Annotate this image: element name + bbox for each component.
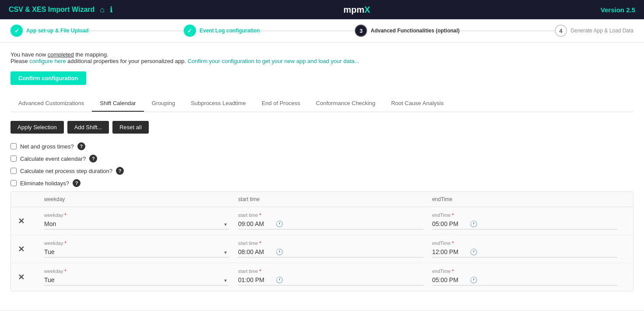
tab-conformance-checking[interactable]: Conformance Checking <box>308 95 383 112</box>
action-buttons: Apply Selection Add Shift... Reset all <box>10 121 634 134</box>
header-delete <box>18 196 44 202</box>
delete-cell-2: ✕ <box>18 245 44 253</box>
endtime-label-1: endTime * <box>432 212 617 218</box>
shift-row-2: ✕ weekday * Mon Tue Wed Thu Fri Sat Sun <box>11 235 633 263</box>
starttime-clock-icon-3[interactable]: 🕐 <box>276 276 283 283</box>
step-3-label: Advanced Functionalities (optional) <box>371 28 459 34</box>
endtime-input-3[interactable] <box>432 276 467 283</box>
weekday-label-2: weekday * <box>44 240 229 246</box>
shift-calendar-content: Apply Selection Add Shift... Reset all N… <box>10 112 634 300</box>
tab-advanced-customizations[interactable]: Advanced Customizations <box>10 95 92 112</box>
endtime-field-1: endTime * 🕐 <box>432 212 626 230</box>
step-connector-3 <box>460 31 555 31</box>
starttime-label-3: start time * <box>238 269 423 274</box>
endtime-field-3: endTime * 🕐 <box>432 269 626 286</box>
event-cal-checkbox-row: Calculate event calendar? ? <box>10 155 634 163</box>
starttime-field-2: start time * 🕐 <box>238 240 432 258</box>
tab-grouping[interactable]: Grouping <box>144 95 183 112</box>
apply-selection-button[interactable]: Apply Selection <box>10 121 64 134</box>
event-cal-help-icon[interactable]: ? <box>89 155 97 163</box>
step-4-label: Generate App & Load Data <box>570 28 634 34</box>
starttime-clock-icon-1[interactable]: 🕐 <box>276 220 283 227</box>
starttime-input-wrapper-2: 🕐 <box>238 247 423 258</box>
weekday-field-2: weekday * Mon Tue Wed Thu Fri Sat Sun <box>44 240 238 258</box>
endtime-clock-icon-1[interactable]: 🕐 <box>470 220 477 227</box>
logo: mpmX <box>343 5 370 15</box>
endtime-clock-icon-3[interactable]: 🕐 <box>470 276 477 283</box>
weekday-label-1: weekday * <box>44 212 229 218</box>
wizard-step-1[interactable]: ✓ App set-up & File Upload <box>10 25 89 37</box>
net-gross-checkbox-row: Net and gross times? ? <box>10 142 634 150</box>
wizard-step-2[interactable]: ✓ Event Log configuration <box>184 25 260 37</box>
net-proc-checkbox-row: Calculate net process step duration? ? <box>10 167 634 175</box>
endtime-input-2[interactable] <box>432 248 467 255</box>
step-connector-2 <box>260 31 355 31</box>
endtime-input-wrapper-3: 🕐 <box>432 275 617 286</box>
step-4-circle: 4 <box>555 25 567 37</box>
net-proc-checkbox[interactable] <box>10 168 17 174</box>
endtime-input-1[interactable] <box>432 220 467 227</box>
holidays-label: Eliminate holidays? <box>20 180 69 187</box>
delete-cell-3: ✕ <box>18 273 44 281</box>
tab-shift-calendar[interactable]: Shift Calendar <box>92 95 144 112</box>
wizard-step-4[interactable]: 4 Generate App & Load Data <box>555 25 634 37</box>
step-connector-1 <box>89 31 184 31</box>
starttime-input-3[interactable] <box>238 276 273 283</box>
header-starttime: start time <box>238 196 432 202</box>
weekday-select-wrapper-1: Mon Tue Wed Thu Fri Sat Sun <box>44 219 229 230</box>
add-shift-button[interactable]: Add Shift... <box>67 121 109 134</box>
starttime-field-3: start time * 🕐 <box>238 269 432 286</box>
weekday-select-3[interactable]: Mon Tue Wed Thu Fri Sat Sun <box>44 275 229 286</box>
info-icon[interactable]: ℹ <box>110 5 113 14</box>
delete-row-2-button[interactable]: ✕ <box>18 245 24 253</box>
intro-section: You have now completed the mapping. Plea… <box>10 51 634 64</box>
header-weekday: weekday <box>44 196 238 202</box>
step-3-circle: 3 <box>355 25 367 37</box>
delete-cell-1: ✕ <box>18 217 44 225</box>
tab-root-cause-analysis[interactable]: Root Cause Analysis <box>383 95 452 112</box>
step-2-label: Event Log configuration <box>200 28 260 34</box>
tabs-bar: Advanced Customizations Shift Calendar G… <box>10 95 634 112</box>
weekday-select-1[interactable]: Mon Tue Wed Thu Fri Sat Sun <box>44 219 229 230</box>
starttime-input-2[interactable] <box>238 248 273 255</box>
home-icon[interactable]: ⌂ <box>100 5 105 14</box>
starttime-input-1[interactable] <box>238 220 273 227</box>
shift-row-3: ✕ weekday * Mon Tue Wed Thu Fri Sat Sun <box>11 263 633 291</box>
endtime-clock-icon-2[interactable]: 🕐 <box>470 248 477 255</box>
event-cal-checkbox[interactable] <box>10 156 17 162</box>
weekday-select-wrapper-2: Mon Tue Wed Thu Fri Sat Sun <box>44 247 229 258</box>
intro-line2: Please configure here additional propert… <box>10 58 634 64</box>
main-content: You have now completed the mapping. Plea… <box>0 42 644 310</box>
delete-row-1-button[interactable]: ✕ <box>18 217 24 225</box>
configure-link[interactable]: configure here <box>29 58 66 64</box>
weekday-select-wrapper-3: Mon Tue Wed Thu Fri Sat Sun <box>44 275 229 286</box>
reset-all-button[interactable]: Reset all <box>112 121 149 134</box>
net-proc-help-icon[interactable]: ? <box>116 167 124 175</box>
weekday-label-3: weekday * <box>44 269 229 274</box>
shift-table-header: weekday start time endTime <box>11 192 633 207</box>
step-2-circle: ✓ <box>184 25 196 37</box>
endtime-field-2: endTime * 🕐 <box>432 240 626 258</box>
confirm-link[interactable]: Confirm your configuration to get your n… <box>188 58 359 64</box>
wizard-step-3[interactable]: 3 Advanced Functionalities (optional) <box>355 25 459 37</box>
starttime-clock-icon-2[interactable]: 🕐 <box>276 248 283 255</box>
weekday-field-1: weekday * Mon Tue Wed Thu Fri Sat Sun <box>44 212 238 230</box>
tab-subprocess-leadtime[interactable]: Subprocess Leadtime <box>183 95 254 112</box>
endtime-input-wrapper-2: 🕐 <box>432 247 617 258</box>
holidays-help-icon[interactable]: ? <box>73 179 80 187</box>
confirm-configuration-button[interactable]: Confirm configuration <box>10 71 86 85</box>
starttime-input-wrapper-1: 🕐 <box>238 219 423 230</box>
tab-end-of-process[interactable]: End of Process <box>254 95 308 112</box>
weekday-select-2[interactable]: Mon Tue Wed Thu Fri Sat Sun <box>44 247 229 258</box>
net-gross-checkbox[interactable] <box>10 143 17 149</box>
holidays-checkbox-row: Eliminate holidays? ? <box>10 179 634 187</box>
delete-row-3-button[interactable]: ✕ <box>18 273 24 281</box>
net-gross-help-icon[interactable]: ? <box>77 142 85 150</box>
step-1-circle: ✓ <box>10 25 23 37</box>
weekday-field-3: weekday * Mon Tue Wed Thu Fri Sat Sun <box>44 269 238 286</box>
app-title: CSV & XES Import Wizard <box>9 6 94 14</box>
top-nav: CSV & XES Import Wizard ⌂ ℹ mpmX Version… <box>0 0 644 19</box>
starttime-label-1: start time * <box>238 212 423 218</box>
holidays-checkbox[interactable] <box>10 180 17 186</box>
starttime-field-1: start time * 🕐 <box>238 212 432 230</box>
